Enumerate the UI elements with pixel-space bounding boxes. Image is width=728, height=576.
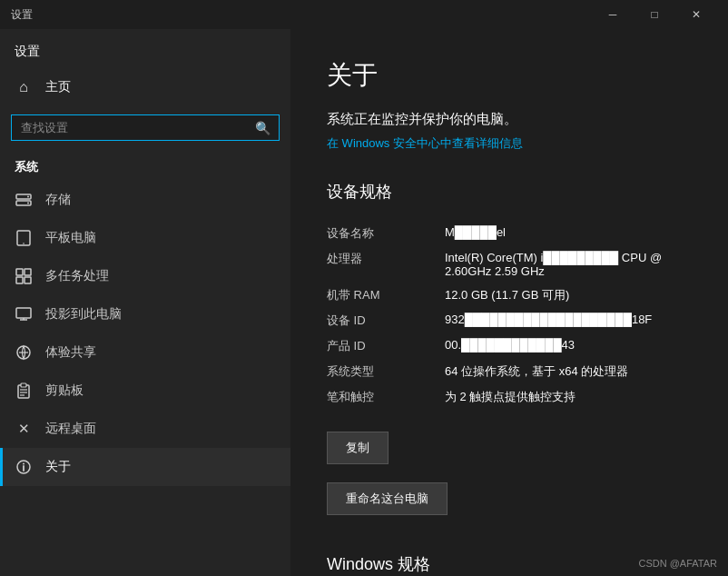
spec-value: 为 2 触摸点提供触控支持	[445, 384, 692, 410]
about-label: 关于	[45, 459, 71, 475]
sidebar-home-label: 主页	[45, 79, 71, 95]
search-container: 🔍	[0, 107, 290, 148]
watermark: CSDN @AFATAR	[638, 558, 717, 569]
action-buttons: 复制 重命名这台电脑	[327, 432, 692, 524]
rename-button[interactable]: 重命名这台电脑	[327, 482, 448, 515]
table-row: 笔和触控为 2 触摸点提供触控支持	[327, 384, 692, 410]
sidebar-item-storage[interactable]: 存储	[0, 181, 290, 219]
sidebar: 设置 ⌂ 主页 🔍 系统 存储	[0, 29, 290, 576]
titlebar: 设置 ─ □ ✕	[0, 0, 728, 29]
table-row: 设备名称M█████el	[327, 221, 692, 246]
maximize-button[interactable]: □	[634, 0, 675, 29]
spec-label: 机带 RAM	[327, 283, 445, 308]
spec-value: 64 位操作系统，基于 x64 的处理器	[445, 359, 692, 384]
sidebar-item-about[interactable]: 关于	[0, 448, 290, 486]
content-area: 关于 系统正在监控并保护你的电脑。 在 Windows 安全中心中查看详细信息 …	[290, 29, 728, 576]
remote-icon: ✕	[15, 420, 33, 438]
multitask-label: 多任务处理	[45, 268, 109, 284]
svg-rect-10	[16, 308, 31, 318]
experience-icon	[15, 343, 33, 362]
table-row: 产品 ID00.████████████43	[327, 333, 692, 359]
spec-value: 12.0 GB (11.7 GB 可用)	[445, 283, 692, 308]
home-icon: ⌂	[15, 78, 33, 96]
spec-label: 处理器	[327, 246, 445, 283]
main-container: 设置 ⌂ 主页 🔍 系统 存储	[0, 29, 728, 576]
spec-value: M█████el	[445, 221, 692, 246]
windows-specs-title: Windows 规格	[327, 553, 692, 575]
spec-label: 设备 ID	[327, 308, 445, 333]
sidebar-item-clipboard[interactable]: 剪贴板	[0, 372, 290, 410]
sidebar-item-project[interactable]: 投影到此电脑	[0, 295, 290, 333]
clipboard-label: 剪贴板	[45, 382, 84, 399]
svg-rect-9	[25, 277, 31, 283]
security-status: 系统正在监控并保护你的电脑。	[327, 111, 692, 128]
copy-button[interactable]: 复制	[327, 432, 389, 464]
project-icon	[15, 305, 33, 323]
spec-value: Intel(R) Core(TM) i█████████ CPU @ 2.60G…	[445, 246, 692, 283]
tablet-label: 平板电脑	[45, 230, 96, 246]
sidebar-section-system: 系统	[0, 148, 290, 181]
sidebar-item-multitask[interactable]: 多任务处理	[0, 257, 290, 295]
sidebar-item-experience[interactable]: 体验共享	[0, 333, 290, 372]
svg-rect-16	[21, 383, 26, 387]
table-row: 系统类型64 位操作系统，基于 x64 的处理器	[327, 359, 692, 384]
search-input[interactable]	[11, 114, 280, 141]
svg-rect-8	[16, 277, 23, 283]
spec-label: 系统类型	[327, 359, 445, 384]
security-link[interactable]: 在 Windows 安全中心中查看详细信息	[327, 135, 692, 152]
table-row: 机带 RAM12.0 GB (11.7 GB 可用)	[327, 283, 692, 308]
sidebar-header: 设置	[0, 29, 290, 67]
spec-value: 932████████████████████18F	[445, 308, 692, 333]
close-button[interactable]: ✕	[675, 0, 717, 29]
sidebar-item-tablet[interactable]: 平板电脑	[0, 219, 290, 257]
table-row: 处理器Intel(R) Core(TM) i█████████ CPU @ 2.…	[327, 246, 692, 283]
sidebar-item-remote[interactable]: ✕ 远程桌面	[0, 410, 290, 448]
tablet-icon	[15, 229, 33, 247]
clipboard-icon	[15, 382, 33, 400]
multitask-icon	[15, 267, 33, 285]
storage-icon	[15, 191, 33, 209]
titlebar-controls: ─ □ ✕	[592, 0, 717, 29]
svg-point-22	[23, 463, 25, 465]
spec-label: 笔和触控	[327, 384, 445, 410]
spec-value: 00.████████████43	[445, 333, 692, 359]
remote-label: 远程桌面	[45, 421, 96, 437]
svg-rect-7	[25, 269, 31, 275]
storage-label: 存储	[45, 192, 71, 208]
titlebar-title: 设置	[11, 7, 592, 23]
svg-rect-6	[16, 269, 23, 275]
search-icon[interactable]: 🔍	[255, 121, 271, 135]
specs-table: 设备名称M█████el处理器Intel(R) Core(TM) i██████…	[327, 221, 692, 410]
about-icon	[15, 458, 33, 476]
table-row: 设备 ID932████████████████████18F	[327, 308, 692, 333]
svg-point-2	[27, 196, 29, 198]
device-specs-title: 设备规格	[327, 181, 692, 203]
spec-label: 产品 ID	[327, 333, 445, 359]
project-label: 投影到此电脑	[45, 306, 122, 323]
svg-point-5	[23, 243, 25, 244]
minimize-button[interactable]: ─	[592, 0, 634, 29]
sidebar-item-home[interactable]: ⌂ 主页	[0, 67, 290, 107]
experience-label: 体验共享	[45, 344, 96, 361]
page-title: 关于	[327, 58, 692, 93]
svg-point-3	[27, 203, 29, 204]
spec-label: 设备名称	[327, 221, 445, 246]
